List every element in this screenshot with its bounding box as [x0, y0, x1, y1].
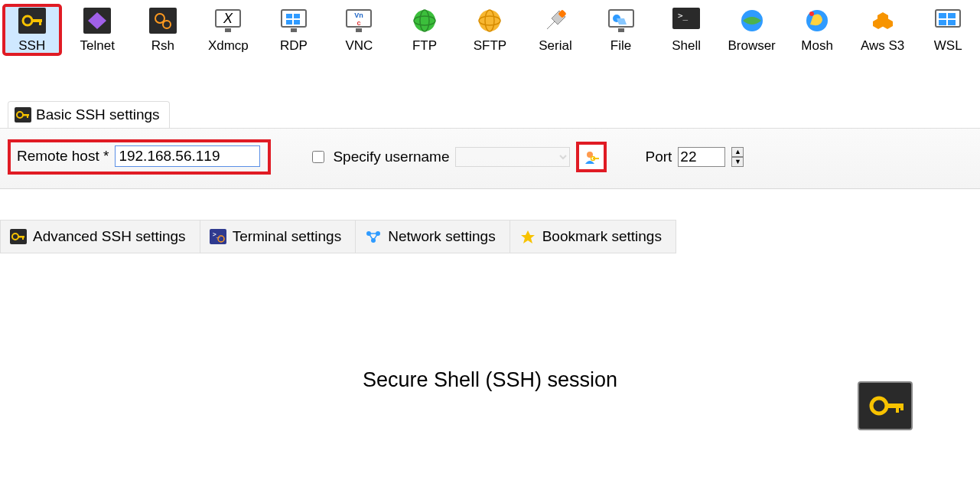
remote-host-label: Remote host * [17, 148, 109, 165]
terminal-icon: >_ [210, 229, 226, 244]
svg-text:Vn: Vn [355, 11, 364, 19]
svg-point-63 [871, 398, 887, 413]
session-shell[interactable]: >_ Shell [659, 6, 714, 54]
session-title: Secure Shell (SSH) session [0, 368, 980, 392]
tab-advanced-ssh-label: Advanced SSH settings [33, 228, 186, 245]
session-ftp-label: FTP [412, 38, 437, 54]
svg-point-25 [479, 10, 500, 31]
svg-point-22 [414, 10, 435, 31]
svg-rect-11 [225, 28, 231, 32]
rdp-icon [279, 6, 308, 35]
key-icon [18, 6, 47, 35]
session-sftp-label: SFTP [474, 38, 506, 54]
tab-terminal[interactable]: >_ Terminal settings [200, 220, 357, 253]
svg-rect-13 [286, 14, 292, 18]
remote-host-group: Remote host * [8, 139, 271, 175]
svg-rect-42 [948, 13, 956, 18]
username-select[interactable] [455, 147, 570, 167]
vnc-icon: Vnc [344, 6, 373, 35]
session-wsl[interactable]: WSL [920, 6, 975, 54]
svg-rect-55 [22, 236, 24, 240]
specify-username-checkbox[interactable] [312, 151, 324, 163]
svg-text:>_: >_ [678, 11, 689, 21]
tab-bookmark-label: Bookmark settings [542, 228, 662, 245]
svg-text:X: X [223, 11, 233, 26]
svg-rect-65 [896, 403, 899, 413]
globe-green-icon [410, 6, 439, 35]
basic-settings-panel: Remote host * Specify username Port ▲ ▼ [0, 129, 980, 189]
port-up-button[interactable]: ▲ [731, 147, 744, 157]
svg-rect-14 [294, 14, 300, 18]
svg-rect-31 [618, 28, 624, 32]
session-vnc[interactable]: Vnc VNC [332, 6, 387, 54]
session-mosh[interactable]: Mosh [790, 6, 845, 54]
session-type-emblem [858, 381, 913, 430]
session-browser[interactable]: Browser [724, 6, 780, 54]
session-rsh[interactable]: Rsh [135, 6, 190, 54]
session-ssh[interactable]: SSH [5, 6, 60, 54]
specify-username-label[interactable]: Specify username [309, 149, 449, 165]
svg-rect-16 [294, 20, 300, 25]
session-xdmcp-label: Xdmcp [208, 38, 249, 54]
mosh-icon [803, 6, 832, 35]
svg-point-36 [809, 11, 814, 16]
basic-tab-row: Basic SSH settings [0, 101, 980, 129]
settings-tabs: Advanced SSH settings >_ Terminal settin… [0, 220, 980, 253]
session-file[interactable]: File [594, 6, 649, 54]
session-mosh-label: Mosh [801, 38, 833, 54]
session-aws[interactable]: Aws S3 [855, 6, 910, 54]
port-down-button[interactable]: ▼ [731, 157, 744, 167]
session-rdp-label: RDP [280, 38, 308, 54]
diamond-icon [83, 6, 112, 35]
globe-orange-icon [475, 6, 504, 35]
svg-rect-41 [939, 13, 946, 18]
svg-marker-62 [521, 230, 535, 243]
username-group: Specify username [309, 142, 607, 172]
session-serial[interactable]: Serial [528, 6, 583, 54]
tab-bookmark[interactable]: Bookmark settings [510, 220, 676, 253]
tab-network-label: Network settings [388, 228, 495, 245]
port-group: Port ▲ ▼ [645, 147, 744, 167]
session-xdmcp[interactable]: X Xdmcp [201, 6, 256, 54]
tab-advanced-ssh[interactable]: Advanced SSH settings [0, 220, 200, 253]
session-wsl-label: WSL [934, 38, 962, 54]
user-credentials-button[interactable] [576, 142, 607, 172]
session-serial-label: Serial [539, 38, 571, 54]
session-vnc-label: VNC [345, 38, 373, 54]
svg-rect-50 [593, 158, 599, 159]
session-browser-label: Browser [728, 38, 775, 54]
plug-icon [541, 6, 570, 35]
session-telnet[interactable]: Telnet [70, 6, 125, 54]
tab-network[interactable]: Network settings [356, 220, 510, 253]
session-ftp[interactable]: FTP [397, 6, 452, 54]
wsl-icon [933, 6, 962, 35]
shell-icon: >_ [672, 6, 701, 35]
session-telnet-label: Telnet [80, 38, 115, 54]
svg-rect-17 [291, 28, 297, 32]
port-label: Port [645, 149, 672, 165]
port-spin: ▲ ▼ [731, 147, 744, 167]
tab-basic-ssh[interactable]: Basic SSH settings [8, 101, 170, 128]
svg-rect-44 [948, 20, 956, 25]
svg-rect-15 [286, 20, 292, 25]
aws-icon [868, 6, 897, 35]
key-icon [10, 229, 27, 244]
svg-rect-43 [939, 20, 946, 25]
svg-rect-48 [27, 114, 28, 118]
xdmcp-icon: X [213, 6, 243, 35]
session-aws-label: Aws S3 [861, 38, 904, 54]
port-input[interactable] [678, 147, 725, 167]
session-rdp[interactable]: RDP [266, 6, 321, 54]
svg-rect-21 [356, 28, 362, 32]
tab-basic-ssh-label: Basic SSH settings [36, 106, 160, 123]
session-rsh-label: Rsh [151, 38, 174, 54]
remote-host-input[interactable] [115, 145, 260, 167]
session-sftp[interactable]: SFTP [463, 6, 518, 54]
gears-icon [148, 6, 177, 35]
session-type-toolbar: SSH Telnet Rsh X Xdmcp RDP Vnc VNC [0, 0, 980, 60]
svg-text:c: c [357, 19, 361, 27]
session-shell-label: Shell [672, 38, 701, 54]
svg-rect-64 [885, 403, 902, 408]
specify-username-text: Specify username [333, 149, 449, 165]
svg-rect-66 [900, 403, 903, 410]
